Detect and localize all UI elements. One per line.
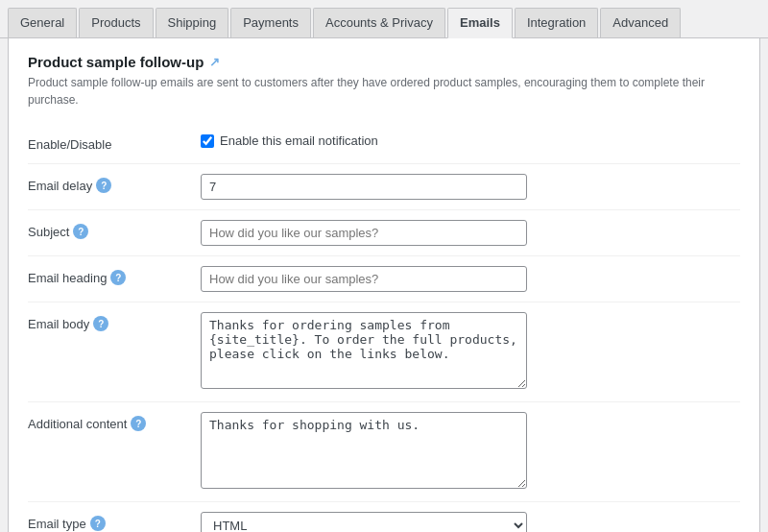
page-wrapper: General Products Shipping Payments Accou… — [0, 0, 768, 532]
email-delay-help-icon[interactable]: ? — [96, 178, 111, 193]
subject-row: Subject ? — [28, 210, 740, 256]
section-title: Product sample follow-up ↗ — [28, 54, 740, 70]
email-heading-input[interactable] — [201, 266, 527, 292]
tab-advanced[interactable]: Advanced — [600, 8, 681, 37]
form-table: Enable/Disable Enable this email notific… — [28, 124, 740, 532]
section-title-text: Product sample follow-up — [28, 54, 204, 70]
email-delay-label-wrap: Email delay ? — [28, 176, 193, 193]
email-body-label-wrap: Email body ? — [28, 314, 193, 331]
email-delay-row: Email delay ? — [28, 164, 740, 210]
email-type-label: Email type — [28, 517, 86, 531]
enable-checkbox-label[interactable]: Enable this email notification — [201, 133, 740, 148]
subject-label: Subject — [28, 225, 69, 239]
email-body-label: Email body — [28, 317, 89, 331]
email-heading-label-wrap: Email heading ? — [28, 268, 193, 285]
section-link-icon[interactable]: ↗ — [209, 55, 220, 69]
content-area: Product sample follow-up ↗ Product sampl… — [8, 38, 760, 532]
tab-payments[interactable]: Payments — [230, 8, 311, 37]
email-type-select[interactable]: HTML Plain text Multipart — [201, 512, 527, 532]
enable-row: Enable/Disable Enable this email notific… — [28, 124, 740, 164]
email-type-label-wrap: Email type ? — [28, 514, 193, 531]
email-body-help-icon[interactable]: ? — [93, 316, 108, 331]
email-delay-input[interactable] — [201, 174, 527, 200]
enable-label-wrap: Enable/Disable — [28, 135, 193, 152]
subject-help-icon[interactable]: ? — [73, 224, 88, 239]
nav-tabs: General Products Shipping Payments Accou… — [0, 0, 768, 38]
section-description: Product sample follow-up emails are sent… — [28, 74, 740, 109]
subject-input[interactable] — [201, 220, 527, 246]
tab-integration[interactable]: Integration — [515, 8, 598, 37]
subject-label-wrap: Subject ? — [28, 222, 193, 239]
tab-accounts-privacy[interactable]: Accounts & Privacy — [313, 8, 445, 37]
additional-content-row: Additional content ? Thanks for shopping… — [28, 402, 740, 502]
tab-emails[interactable]: Emails — [447, 8, 513, 38]
tab-general[interactable]: General — [8, 8, 77, 37]
enable-checkbox-text: Enable this email notification — [220, 133, 378, 148]
email-body-row: Email body ? Thanks for ordering samples… — [28, 302, 740, 402]
email-heading-row: Email heading ? — [28, 256, 740, 302]
email-body-textarea[interactable]: Thanks for ordering samples from {site_t… — [201, 312, 527, 389]
email-type-row: Email type ? HTML Plain text Multipart — [28, 502, 740, 532]
email-heading-help-icon[interactable]: ? — [110, 270, 126, 285]
enable-checkbox[interactable] — [201, 134, 214, 148]
additional-content-label-wrap: Additional content ? — [28, 414, 193, 431]
tab-products[interactable]: Products — [79, 8, 153, 37]
additional-content-textarea[interactable]: Thanks for shopping with us. — [201, 412, 527, 489]
email-type-help-icon[interactable]: ? — [90, 516, 106, 531]
email-heading-label: Email heading — [28, 271, 107, 285]
additional-content-help-icon[interactable]: ? — [131, 416, 146, 431]
enable-label: Enable/Disable — [28, 137, 111, 152]
tab-shipping[interactable]: Shipping — [156, 8, 229, 37]
email-delay-label: Email delay — [28, 179, 92, 193]
additional-content-label: Additional content — [28, 417, 127, 431]
